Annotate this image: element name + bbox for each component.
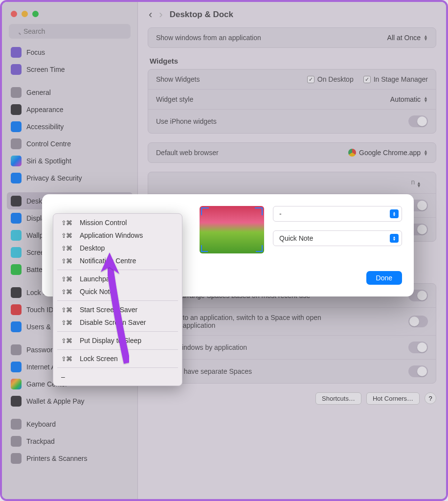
chrome-icon: [348, 149, 356, 157]
chevrons-icon: ▲▼: [424, 150, 428, 156]
switch-space-toggle[interactable]: [408, 316, 428, 327]
sidebar-icon: [11, 121, 22, 132]
menu-separator: [57, 270, 178, 270]
sidebar-icon: [11, 47, 22, 58]
sidebar-item-label: Privacy & Security: [26, 174, 82, 182]
sidebar-icon: [11, 321, 22, 332]
on-desktop-checkbox[interactable]: ✓: [307, 76, 314, 83]
sep-spaces-toggle[interactable]: [408, 365, 428, 377]
corner-select-bottom-right[interactable]: Quick Note ▴▾: [273, 230, 402, 246]
sidebar-item-printers-scanners[interactable]: Printers & Scanners: [7, 450, 133, 467]
stage-manager-checkbox[interactable]: ✓: [363, 76, 371, 83]
menu-item-launchpad[interactable]: ⇧⌘Launchpad: [53, 273, 182, 285]
sidebar-icon: [11, 138, 22, 149]
shortcuts-button[interactable]: Shortcuts…: [315, 392, 361, 405]
done-button[interactable]: Done: [366, 271, 402, 285]
stage-manager-label: In Stage Manager: [374, 75, 428, 83]
sidebar-item-label: Focus: [26, 48, 45, 56]
iphone-widgets-row: Use iPhone widgets: [148, 109, 436, 133]
menu-separator: [57, 300, 178, 301]
help-button[interactable]: ?: [425, 392, 436, 404]
menu-item-label: –: [61, 373, 65, 381]
menu-item-mission-control[interactable]: ⇧⌘Mission Control: [53, 216, 182, 229]
sidebar-icon: [11, 344, 22, 355]
chevrons-icon: ▲▼: [424, 96, 428, 102]
sep-spaces-row: Displays have separate Spaces: [148, 359, 436, 383]
sidebar-icon: [11, 247, 22, 258]
keyboard-modifier-icon: ⇧⌘: [61, 355, 77, 363]
keyboard-modifier-icon: ⇧⌘: [61, 257, 77, 265]
menu-item-quick-note[interactable]: ⇧⌘Quick Note: [53, 285, 182, 298]
group-windows-toggle[interactable]: [408, 342, 428, 353]
show-windows-value: All at Once: [387, 34, 421, 42]
close-button[interactable]: [11, 11, 17, 17]
menu-item-disable-screen-saver[interactable]: ⇧⌘Disable Screen Saver: [53, 316, 182, 329]
search-input[interactable]: [9, 24, 131, 39]
sidebar-item-keyboard[interactable]: Keyboard: [7, 415, 133, 433]
menu-item-put-display-to-sleep[interactable]: ⇧⌘Put Display to Sleep: [53, 334, 182, 347]
sidebar-item-label: Wallet & Apple Pay: [26, 397, 85, 405]
sidebar-icon: [11, 196, 22, 206]
menu-item-label: Put Display to Sleep: [80, 337, 141, 344]
menu-item-application-windows[interactable]: ⇧⌘Application Windows: [53, 229, 182, 242]
menu-item--[interactable]: –: [53, 370, 182, 383]
widgets-header: Widgets: [150, 57, 436, 65]
menu-item-desktop[interactable]: ⇧⌘Desktop: [53, 242, 182, 254]
iphone-widgets-toggle[interactable]: [408, 115, 428, 127]
sidebar-item-label: Printers & Scanners: [26, 455, 88, 462]
sidebar-icon: [11, 104, 22, 115]
sidebar-item-appearance[interactable]: Appearance: [7, 101, 133, 118]
group-windows-row: Group windows by application: [148, 335, 436, 359]
menu-item-notification-centre[interactable]: ⇧⌘Notification Centre: [53, 254, 182, 267]
sidebar-item-label: Trackpad: [26, 437, 55, 445]
sidebar-item-label: Keyboard: [26, 420, 56, 428]
keyboard-modifier-icon: ⇧⌘: [61, 219, 77, 227]
menu-item-label: Mission Control: [80, 219, 127, 227]
nav-back-icon[interactable]: ‹: [149, 8, 152, 21]
select-chevron-icon: ▴▾: [390, 209, 399, 218]
sidebar-item-control-centre[interactable]: Control Centre: [7, 135, 133, 152]
sidebar-item-siri-spotlight[interactable]: Siri & Spotlight: [7, 152, 133, 169]
sidebar-item-focus[interactable]: Focus: [7, 44, 133, 61]
nav-forward-icon[interactable]: ›: [159, 8, 162, 21]
menu-separator: [57, 349, 178, 350]
default-browser-label: Default web browser: [156, 149, 219, 157]
sidebar-item-trackpad[interactable]: Trackpad: [7, 433, 133, 450]
sidebar-icon: [11, 453, 22, 464]
menu-separator: [57, 367, 178, 368]
menu-item-lock-screen[interactable]: ⇧⌘Lock Screen: [53, 352, 182, 365]
keyboard-modifier-icon: ⇧⌘: [61, 245, 77, 252]
sidebar-item-screen-time[interactable]: Screen Time: [7, 61, 133, 78]
sidebar-item-privacy-security[interactable]: Privacy & Security: [7, 169, 133, 186]
menu-item-label: Start Screen Saver: [80, 306, 137, 314]
menu-item-label: Desktop: [80, 244, 105, 252]
hidden-row-1: n ▲▼: [148, 172, 436, 193]
sidebar-item-label: Appearance: [26, 106, 64, 114]
sidebar-icon: [11, 173, 22, 183]
sidebar-icon: [11, 362, 22, 372]
sidebar-item-label: Control Centre: [26, 140, 71, 148]
hot-corners-button[interactable]: Hot Corners…: [366, 392, 420, 405]
default-browser-row[interactable]: Default web browser Google Chrome.app▲▼: [148, 143, 436, 162]
sidebar-icon: [11, 379, 22, 389]
sidebar-item-general[interactable]: General: [7, 84, 133, 101]
sidebar-icon: [11, 64, 22, 75]
sidebar-icon: [11, 419, 22, 430]
minimize-button[interactable]: [22, 11, 28, 17]
widget-style-row[interactable]: Widget style Automatic▲▼: [148, 89, 436, 109]
menu-item-start-screen-saver[interactable]: ⇧⌘Start Screen Saver: [53, 303, 182, 316]
traffic-lights: [2, 2, 137, 22]
sidebar-icon: [11, 436, 22, 447]
maximize-button[interactable]: [32, 11, 39, 17]
show-windows-row[interactable]: Show windows from an application All at …: [148, 28, 436, 47]
on-desktop-label: On Desktop: [317, 75, 354, 83]
corner-select-top-right[interactable]: - ▴▾: [273, 206, 402, 222]
topbar: ‹ › Desktop & Dock: [138, 2, 446, 27]
sidebar-item-accessibility[interactable]: Accessibility: [7, 118, 133, 135]
sidebar-item-wallet-apple-pay[interactable]: Wallet & Apple Pay: [7, 392, 133, 410]
sidebar-icon: [11, 264, 22, 275]
widget-style-value: Automatic: [390, 95, 421, 103]
corner-select-value-1: -: [279, 210, 282, 218]
sidebar-icon: [11, 213, 22, 224]
menu-item-label: Application Windows: [80, 231, 143, 239]
